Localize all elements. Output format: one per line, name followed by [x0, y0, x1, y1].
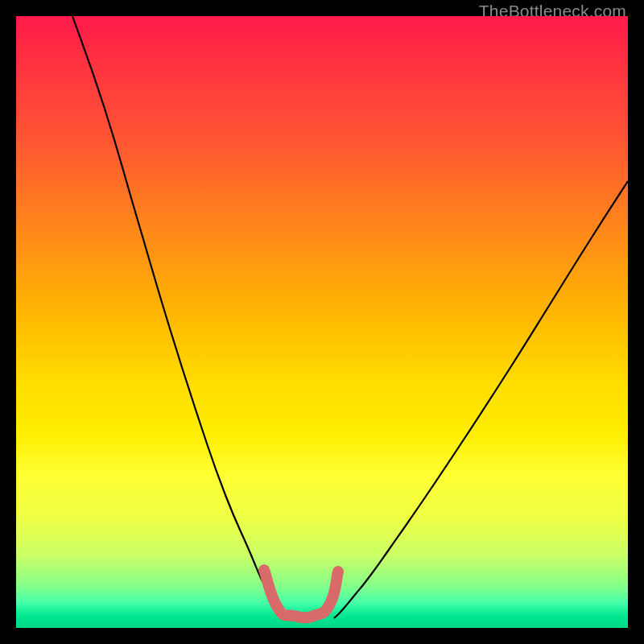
chart-container: TheBottleneck.com [0, 0, 644, 644]
right-curve [334, 181, 628, 618]
plot-area [16, 16, 628, 628]
left-curve [72, 16, 282, 616]
bottom-accent-path [264, 570, 338, 617]
chart-svg [16, 16, 628, 628]
